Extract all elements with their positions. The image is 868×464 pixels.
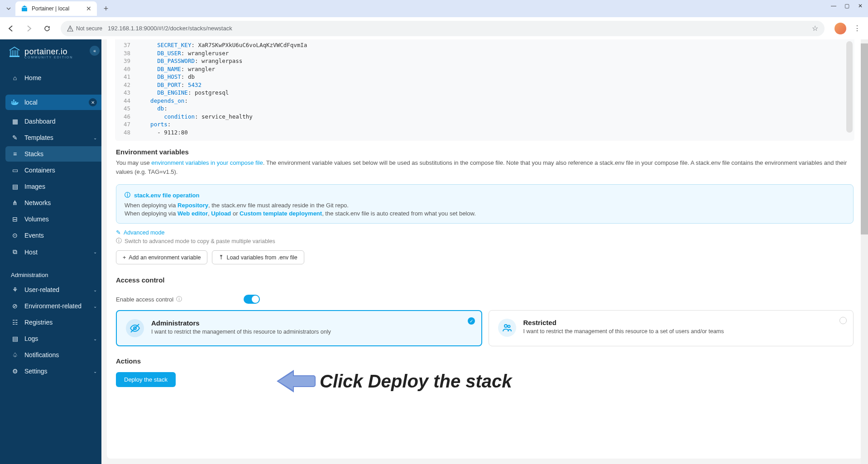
editor-scrollbar[interactable] — [846, 41, 853, 133]
minimize-icon[interactable]: — — [831, 3, 837, 9]
sidebar-item-notifications[interactable]: ♤Notifications — [5, 347, 101, 363]
svg-rect-4 — [11, 101, 13, 103]
sidebar-item-environment-related[interactable]: ⊘Environment-related⌄ — [5, 298, 101, 314]
sidebar-item-registries[interactable]: ☷Registries — [5, 315, 101, 330]
sidebar-env-selector[interactable]: local ✕ — [5, 95, 101, 110]
sidebar-item-logs[interactable]: ▤Logs⌄ — [5, 331, 101, 346]
sidebar-item-volumes[interactable]: ⊟Volumes — [5, 211, 101, 227]
sidebar-item-images[interactable]: ▤Images — [5, 179, 101, 194]
admin-section-label: Administration — [5, 266, 101, 281]
env-vars-doc-link[interactable]: environment variables in your compose fi… — [151, 159, 263, 166]
code-text: condition: service_healthy — [137, 113, 253, 121]
code-text: depends_on: — [137, 97, 188, 105]
code-text: DB_HOST: db — [137, 73, 195, 81]
registries-icon: ☷ — [11, 319, 19, 326]
env-vars-description: You may use environment variables in you… — [116, 158, 854, 176]
sidebar-item-containers[interactable]: ▭Containers — [5, 163, 101, 178]
maximize-icon[interactable]: ▢ — [844, 3, 851, 9]
bookmark-star-icon[interactable]: ☆ — [812, 24, 818, 33]
code-text: ports: — [137, 120, 171, 129]
code-text: DB_USER: wrangleruser — [137, 49, 229, 57]
logo[interactable]: portainer.io COMMUNITY EDITION « — [5, 45, 101, 64]
sidebar-item-events[interactable]: ⊙Events — [5, 228, 101, 243]
info-icon: ⓘ — [125, 191, 130, 199]
forward-button[interactable] — [22, 21, 36, 36]
card-desc: I want to restrict the management of thi… — [523, 328, 844, 335]
url-bar[interactable]: Not secure 192.168.1.18:9000/#!/2/docker… — [61, 21, 825, 36]
plus-icon: + — [123, 254, 126, 261]
logo-text: portainer.io — [24, 47, 73, 57]
browser-chrome: Portainer | local ✕ + — ▢ ✕ Not secure 1… — [0, 0, 868, 39]
window-controls: — ▢ ✕ — [831, 3, 864, 9]
code-text: SECRET_KEY: XaR7SKwPXkU6uC6voLAqKzVWCdFq… — [137, 41, 307, 49]
line-number: 46 — [115, 113, 137, 121]
close-window-icon[interactable]: ✕ — [858, 3, 864, 9]
security-badge[interactable]: Not secure — [67, 25, 102, 32]
browser-menu-icon[interactable]: ⋮ — [850, 21, 864, 36]
profile-avatar[interactable] — [834, 23, 846, 34]
images-icon: ▤ — [11, 183, 19, 190]
sidebar-collapse-button[interactable]: « — [90, 46, 100, 56]
hint-icon: ⓘ — [116, 237, 122, 245]
chevron-down-icon: ⌄ — [93, 369, 97, 374]
code-text: DB_PORT: 5432 — [137, 81, 201, 89]
sidebar-item-home[interactable]: ⌂ Home — [5, 70, 101, 86]
tab-list-arrow[interactable] — [4, 4, 14, 14]
env-close-icon[interactable]: ✕ — [89, 98, 97, 106]
new-tab-button[interactable]: + — [100, 2, 112, 15]
reload-button[interactable] — [40, 21, 54, 36]
line-number: 48 — [115, 129, 137, 137]
access-card-restricted[interactable]: Restricted I want to restrict the manage… — [489, 310, 854, 346]
actions-title: Actions — [116, 357, 854, 365]
sidebar-item-stacks[interactable]: ≡Stacks — [5, 146, 101, 162]
volumes-icon: ⊟ — [11, 215, 19, 223]
access-toggle-row: Enable access control ⓘ — [107, 288, 863, 307]
add-env-var-button[interactable]: + Add an environment variable — [116, 250, 207, 264]
scrollbar-thumb[interactable] — [861, 43, 868, 234]
portainer-favicon-icon — [21, 5, 28, 12]
sidebar: portainer.io COMMUNITY EDITION « ⌂ Home … — [0, 39, 101, 464]
browser-tab[interactable]: Portainer | local ✕ — [15, 1, 97, 16]
events-icon: ⊙ — [11, 232, 19, 239]
line-number: 47 — [115, 120, 137, 129]
code-line: 47 ports: — [115, 120, 854, 129]
sidebar-item-networks[interactable]: ⋔Networks — [5, 195, 101, 210]
advanced-mode-row: ✎ Advanced mode ⓘ Switch to advanced mod… — [107, 224, 863, 246]
page-scrollbar[interactable] — [861, 39, 868, 464]
sidebar-item-settings[interactable]: ⚙Settings⌄ — [5, 364, 101, 379]
code-editor[interactable]: 37 SECRET_KEY: XaR7SKwPXkU6uC6voLAqKzVWC… — [115, 39, 854, 141]
access-card-administrators[interactable]: Administrators I want to restrict the ma… — [116, 310, 482, 346]
advanced-mode-link[interactable]: ✎ Advanced mode — [116, 229, 854, 236]
env-vars-title: Environment variables — [116, 148, 854, 156]
access-toggle[interactable] — [244, 295, 260, 304]
code-text: db: — [137, 105, 168, 113]
nav-bar: Not secure 192.168.1.18:9000/#!/2/docker… — [0, 17, 868, 39]
chevron-down-icon: ⌄ — [93, 304, 97, 309]
load-env-file-button[interactable]: ⤒ Load variables from .env file — [212, 250, 304, 264]
tab-close-icon[interactable]: ✕ — [86, 5, 91, 12]
settings-icon: ⚙ — [11, 368, 19, 375]
content-panel: 37 SECRET_KEY: XaR7SKwPXkU6uC6voLAqKzVWC… — [107, 39, 863, 459]
networks-icon: ⋔ — [11, 199, 19, 206]
svg-rect-3 — [10, 56, 19, 57]
info-line-1: When deploying via Repository, the stack… — [125, 202, 845, 209]
main-content: 37 SECRET_KEY: XaR7SKwPXkU6uC6voLAqKzVWC… — [101, 39, 868, 464]
sidebar-item-templates[interactable]: ✎Templates⌄ — [5, 130, 101, 145]
sidebar-item-dashboard[interactable]: ▦Dashboard — [5, 114, 101, 129]
access-cards: Administrators I want to restrict the ma… — [107, 307, 863, 346]
sidebar-item-host[interactable]: ⧉Host⌄ — [5, 244, 101, 260]
info-line-2: When deploying via Web editor, Upload or… — [125, 210, 845, 217]
card-desc: I want to restrict the management of thi… — [151, 329, 472, 335]
environment-related-icon: ⊘ — [11, 302, 19, 310]
code-line: 43 DB_ENGINE: postgresql — [115, 89, 854, 97]
app-root: portainer.io COMMUNITY EDITION « ⌂ Home … — [0, 39, 868, 464]
deploy-stack-button[interactable]: Deploy the stack — [116, 372, 176, 387]
line-number: 44 — [115, 97, 137, 105]
stackenv-info-box: ⓘ stack.env file operation When deployin… — [116, 184, 854, 224]
help-icon[interactable]: ⓘ — [176, 295, 182, 303]
back-button[interactable] — [4, 21, 18, 36]
sidebar-item-user-related[interactable]: ⚘User-related⌄ — [5, 282, 101, 297]
eye-off-icon — [126, 319, 144, 337]
chevron-down-icon: ⌄ — [93, 249, 97, 254]
chevron-down-icon: ⌄ — [93, 287, 97, 292]
